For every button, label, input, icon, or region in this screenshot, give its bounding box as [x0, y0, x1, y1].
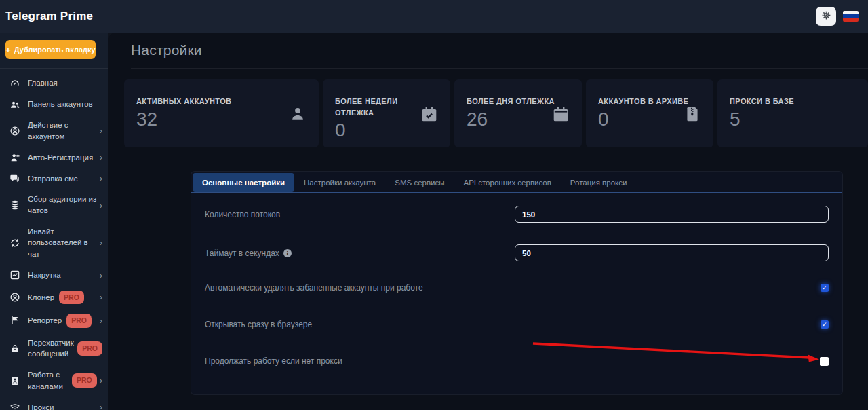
database-icon [9, 200, 20, 211]
continue-without-proxy-checkbox[interactable]: ✓ [820, 357, 829, 366]
wifi-icon [9, 401, 20, 410]
sidebar-item-label: Главная [28, 77, 58, 89]
page-header: Настройки [108, 33, 868, 68]
toggle-row-autodelete-banned: Автоматически удалять забаненные аккаунт… [205, 283, 829, 293]
calendar-check-icon [420, 105, 438, 126]
check-icon: ✓ [822, 322, 827, 328]
sidebar-item-deystvie-s-akkauntom[interactable]: Действие с аккаунтом › [0, 115, 108, 147]
zip-file-icon [684, 105, 701, 126]
sidebar-item-glavnaya[interactable]: Главная [0, 73, 108, 94]
tab-osnovnye-nastroyki[interactable]: Основные настройки [193, 173, 294, 192]
stat-card-day-rest: БОЛЕЕ ДНЯ ОТЛЕЖКА 26 [454, 79, 582, 147]
sidebar-item-reporter[interactable]: Репортер PRO › [0, 309, 108, 333]
page-title: Настройки [131, 42, 202, 58]
user-circle-icon [9, 291, 20, 303]
autodelete-banned-checkbox[interactable]: ✓ [821, 284, 829, 292]
calendar-icon [552, 105, 570, 126]
sidebar-item-label: Работа с каналами [28, 369, 72, 392]
sidebar-item-label: Авто-Регистрация [28, 152, 93, 164]
person-icon [289, 105, 307, 126]
sidebar-item-label: Отправка смс [28, 173, 78, 185]
top-bar: Telegram Prime [0, 0, 868, 33]
chart-icon [9, 269, 20, 281]
stat-card-archived-accounts: АККАУНТОВ В АРХИВЕ 0 [586, 79, 713, 147]
sidebar-item-label: Репортер [28, 315, 62, 327]
settings-form: Количество потоков Таймаут в секундах i … [191, 193, 842, 366]
lock-icon [9, 343, 20, 354]
topbar-actions [816, 7, 868, 26]
timeout-seconds-input[interactable] [515, 244, 829, 261]
tab-nastroyki-akkaunta[interactable]: Настройки аккаунта [294, 173, 385, 192]
settings-card: Основные настройки Настройки аккаунта SM… [191, 171, 843, 395]
sidebar-item-label: Накрутка [28, 269, 61, 281]
field-label: Таймаут в секундах i [205, 248, 292, 258]
stats-row: АКТИВНЫХ АККАУНТОВ 32 БОЛЕЕ НЕДЕЛИ ОТЛЕЖ… [124, 79, 868, 147]
sidebar-item-nakrutka[interactable]: Накрутка › [0, 265, 108, 286]
pro-badge: PRO [59, 291, 84, 305]
open-in-browser-checkbox[interactable]: ✓ [821, 320, 829, 329]
stat-card-active-accounts: АКТИВНЫХ АККАУНТОВ 32 [124, 79, 319, 147]
settings-button[interactable] [816, 7, 836, 26]
field-label: Количество потоков [205, 210, 280, 219]
pro-badge: PRO [77, 341, 102, 356]
pro-badge: PRO [66, 314, 92, 328]
stat-label: АКТИВНЫХ АККАУНТОВ [136, 96, 238, 107]
sidebar-item-label: Сбор аудитории из чатов [28, 193, 97, 216]
plus-icon: + [5, 45, 11, 55]
info-icon[interactable]: i [283, 249, 292, 257]
stat-label: ПРОКСИ В БАЗЕ [730, 96, 831, 107]
sidebar-item-rabota-s-kanalami[interactable]: Работа с каналами PRO › [0, 365, 108, 396]
tab-rotaciya-proksi[interactable]: Ротация прокси [561, 173, 637, 192]
sidebar-item-otpravka-sms[interactable]: Отправка смс › [0, 168, 108, 189]
sidebar-item-label: Действие с аккаунтом [28, 119, 97, 142]
main-panel: Настройки АКТИВНЫХ АККАУНТОВ 32 БОЛЕЕ НЕ… [108, 33, 868, 410]
sidebar-top: + Дублировать вкладку [0, 33, 108, 69]
user-plus-icon [9, 151, 20, 163]
stat-value: 5 [730, 109, 857, 130]
duplicate-tab-label: Дублировать вкладку [14, 45, 96, 54]
sidebar-nav: Главная Панель аккаунтов Действие с акка… [0, 69, 108, 410]
chevron-right-icon: › [100, 375, 102, 386]
russian-flag-language-switch[interactable] [843, 11, 859, 22]
duplicate-tab-button[interactable]: + Дублировать вкладку [5, 40, 96, 59]
sidebar-item-label: Инвайт пользователей в чат [28, 226, 97, 260]
sidebar-item-panel-akkauntov[interactable]: Панель аккаунтов [0, 94, 108, 115]
chevron-right-icon: › [100, 292, 102, 302]
sidebar-item-label: Клонер [28, 292, 54, 303]
threads-count-input[interactable] [515, 206, 829, 223]
stat-value: 32 [136, 109, 308, 130]
users-icon [9, 98, 20, 110]
gear-icon [821, 10, 831, 23]
sidebar-item-invait-polzovateley[interactable]: Инвайт пользователей в чат › [0, 221, 108, 265]
form-row-timeout: Таймаут в секундах i [205, 244, 829, 261]
settings-tabs: Основные настройки Настройки аккаунта SM… [191, 172, 842, 193]
stat-card-week-rest: БОЛЕЕ НЕДЕЛИ ОТЛЕЖКА 0 [323, 79, 450, 147]
sidebar-item-perehvatchik[interactable]: Перехватчик сообщений PRO [0, 333, 108, 365]
gauge-icon [9, 77, 20, 89]
sidebar-item-sbor-auditorii[interactable]: Сбор аудитории из чатов › [0, 189, 108, 221]
chevron-right-icon: › [100, 200, 102, 210]
tab-sms-servisy[interactable]: SMS сервисы [385, 173, 454, 192]
app-title: Telegram Prime [5, 10, 93, 23]
user-circle-icon [9, 125, 20, 136]
chevron-right-icon: › [100, 316, 102, 326]
chat-icon [9, 172, 20, 184]
sidebar-item-avto-registraciya[interactable]: Авто-Регистрация › [0, 147, 108, 168]
sync-icon [9, 237, 20, 248]
form-row-threads: Количество потоков [205, 206, 829, 223]
tab-api-storonnih-servisov[interactable]: API сторонних сервисов [454, 173, 560, 192]
chevron-right-icon: › [100, 238, 102, 248]
chevron-right-icon: › [100, 173, 102, 183]
toggle-label: Продолжать работу если нет прокси [205, 356, 342, 366]
sidebar-item-kloner[interactable]: Клонер PRO › [0, 286, 108, 310]
chevron-right-icon: › [100, 402, 102, 410]
chevron-right-icon: › [100, 152, 102, 162]
flag-icon [9, 315, 20, 327]
sidebar-item-label: Прокси [28, 402, 54, 410]
toggle-row-continue-without-proxy: Продолжать работу если нет прокси ✓ [205, 356, 829, 366]
chevron-right-icon: › [100, 126, 102, 136]
stat-card-proxies: ПРОКСИ В БАЗЕ 5 [717, 79, 868, 147]
field-label-text: Таймаут в секундах [205, 248, 279, 258]
header-divider [131, 68, 868, 69]
sidebar-item-proksi[interactable]: Прокси › [0, 396, 108, 410]
